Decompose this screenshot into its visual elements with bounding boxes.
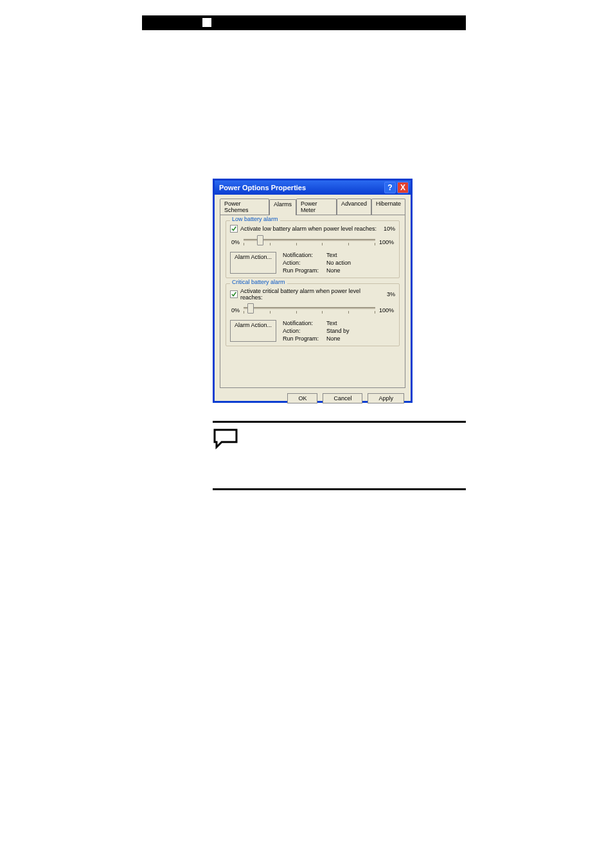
crit-action-value: Stand by bbox=[326, 328, 350, 334]
tab-alarms[interactable]: Alarms bbox=[269, 199, 296, 215]
low-slider-min: 0% bbox=[231, 239, 240, 245]
apply-button[interactable]: Apply bbox=[368, 393, 404, 403]
low-action-value: No action bbox=[326, 260, 351, 266]
crit-notif-value: Text bbox=[326, 320, 350, 326]
low-notif-value: Text bbox=[326, 252, 351, 258]
low-notif-label: Notification: bbox=[283, 252, 321, 258]
tab-power-schemes[interactable]: Power Schemes bbox=[220, 199, 269, 215]
low-battery-fieldset: Low battery alarm Activate low battery a… bbox=[226, 220, 400, 278]
low-battery-legend: Low battery alarm bbox=[230, 216, 280, 222]
low-battery-percent: 10% bbox=[384, 226, 395, 232]
tab-strip: Power Schemes Alarms Power Meter Advance… bbox=[220, 199, 405, 215]
crit-slider-min: 0% bbox=[231, 307, 240, 314]
titlebar[interactable]: Power Options Properties ? X bbox=[215, 181, 411, 195]
tab-body: Low battery alarm Activate low battery a… bbox=[220, 215, 405, 388]
tab-advanced[interactable]: Advanced bbox=[337, 199, 371, 215]
tab-hibernate[interactable]: Hibernate bbox=[371, 199, 405, 215]
close-button[interactable]: X bbox=[397, 182, 409, 193]
ok-button[interactable]: OK bbox=[287, 393, 317, 403]
low-action-label: Action: bbox=[283, 260, 321, 266]
critical-battery-percent: 3% bbox=[387, 291, 395, 297]
critical-battery-fieldset: Critical battery alarm Activate critical… bbox=[226, 283, 400, 346]
crit-run-label: Run Program: bbox=[283, 335, 321, 342]
cancel-button[interactable]: Cancel bbox=[323, 393, 362, 403]
low-slider-max: 100% bbox=[379, 239, 394, 245]
note-divider-bottom bbox=[213, 488, 466, 490]
critical-alarm-action-button[interactable]: Alarm Action... bbox=[230, 320, 276, 342]
page-header-square bbox=[202, 18, 211, 27]
low-alarm-action-button[interactable]: Alarm Action... bbox=[230, 252, 276, 274]
crit-run-value: None bbox=[326, 335, 350, 342]
low-battery-checkbox-label: Activate low battery alarm when power le… bbox=[240, 226, 381, 232]
low-run-label: Run Program: bbox=[283, 267, 321, 274]
help-button[interactable]: ? bbox=[384, 182, 396, 193]
power-options-dialog: Power Options Properties ? X Power Schem… bbox=[213, 179, 413, 403]
crit-action-label: Action: bbox=[283, 328, 321, 334]
critical-battery-checkbox[interactable] bbox=[230, 290, 238, 298]
critical-battery-slider[interactable] bbox=[244, 305, 375, 316]
crit-notif-label: Notification: bbox=[283, 320, 321, 326]
dialog-title: Power Options Properties bbox=[217, 184, 306, 191]
note-divider-top bbox=[213, 421, 466, 423]
crit-slider-max: 100% bbox=[379, 307, 394, 314]
low-battery-slider[interactable] bbox=[244, 236, 375, 248]
page-header-bar bbox=[142, 15, 466, 30]
critical-battery-legend: Critical battery alarm bbox=[230, 279, 287, 285]
low-run-value: None bbox=[326, 267, 351, 274]
low-battery-checkbox[interactable] bbox=[230, 225, 238, 233]
critical-battery-checkbox-label: Activate critical battery alarm when pow… bbox=[240, 288, 384, 301]
speech-bubble-icon bbox=[213, 428, 238, 452]
tab-power-meter[interactable]: Power Meter bbox=[296, 199, 337, 215]
